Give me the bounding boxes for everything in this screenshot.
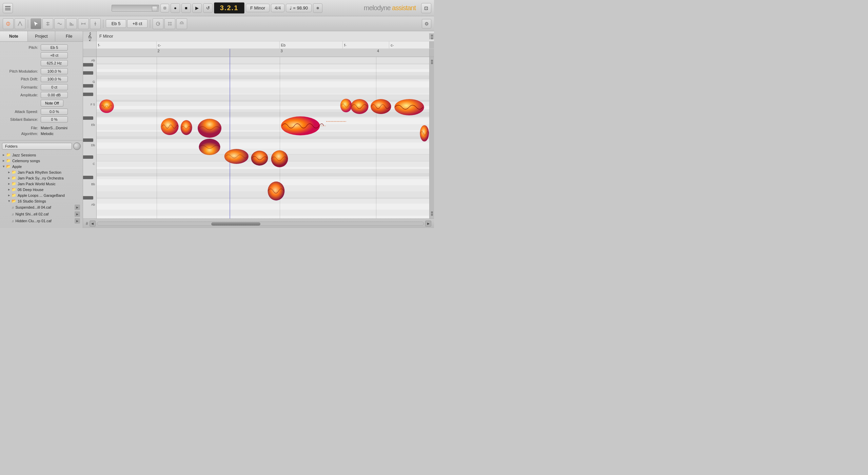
time-stretch-button[interactable] xyxy=(78,18,89,29)
stop-at-end-button[interactable]: ⊡ xyxy=(160,4,169,13)
formant-button[interactable] xyxy=(66,18,77,29)
stop-button[interactable]: ■ xyxy=(181,3,191,13)
file-play-button-2[interactable]: ▶ xyxy=(75,218,80,224)
loop-button[interactable]: ↺ xyxy=(203,3,213,13)
beat-marker-3: 3 xyxy=(280,49,283,53)
toolbar-separator-3 xyxy=(150,20,150,28)
folder-studio-strings[interactable]: 📂 16 Studio Strings xyxy=(2,198,81,204)
pitch-quantize-button[interactable] xyxy=(42,18,53,29)
scroll-left-button[interactable]: ◀ xyxy=(90,221,96,227)
svg-rect-1 xyxy=(5,8,11,8)
folder-celemony[interactable]: 📁 Celemony songs xyxy=(2,158,81,164)
note-blob-14[interactable] xyxy=(393,97,426,117)
key-display[interactable]: F Minor xyxy=(246,4,270,12)
browser-knob[interactable] xyxy=(73,142,81,150)
file-name: Hidden Clu...rp 01.caf xyxy=(16,219,52,223)
record-button[interactable]: ● xyxy=(171,3,180,13)
note-grid[interactable] xyxy=(97,57,429,218)
amplitude-value[interactable]: 0.00 dB xyxy=(41,92,68,98)
sidebar-toggle-button[interactable] xyxy=(3,3,13,13)
folder-jazz-sessions[interactable]: 📁 Jazz Sessions xyxy=(2,152,81,158)
file-suspended[interactable]: ♬ Suspended...ill 04.caf ▶ xyxy=(2,204,81,211)
chord-row: f- c- Eb f- c- xyxy=(97,41,429,49)
note-off-button[interactable]: Note Off xyxy=(41,100,63,107)
sibilant-value[interactable]: 0 % xyxy=(41,116,68,122)
play-button[interactable]: ▶ xyxy=(192,3,202,13)
toolbar: Eb 5 +8 ct ⚙ xyxy=(0,16,434,31)
pitch-tool-button[interactable] xyxy=(15,18,25,29)
freq-param-row: 625.2 Hz xyxy=(3,60,79,66)
grid-button[interactable] xyxy=(164,18,175,29)
folder-garageband[interactable]: 📁 Apple Loops ... GarageBand xyxy=(2,192,81,198)
note-blob-5[interactable] xyxy=(223,147,250,166)
settings-button[interactable]: ⚙ xyxy=(422,19,431,28)
note-blob-2[interactable] xyxy=(160,116,180,137)
note-blob-6[interactable] xyxy=(250,149,270,167)
sibilant-label: Sibilant Balance: xyxy=(3,117,41,121)
file-night-shells[interactable]: ♬ Night Shi...ell 02.caf ▶ xyxy=(2,211,81,217)
pitch-value[interactable]: Eb 5 xyxy=(41,44,68,51)
snap-button[interactable] xyxy=(153,18,163,29)
cents-value[interactable]: +8 ct xyxy=(41,52,68,58)
note-blob-9[interactable] xyxy=(280,114,326,138)
note-blob-15[interactable] xyxy=(419,123,429,144)
window-controls[interactable]: ⊡ xyxy=(421,3,431,13)
note-blob-10[interactable] xyxy=(326,119,346,124)
folder-expand-icon xyxy=(8,199,10,203)
file-play-button-0[interactable]: ▶ xyxy=(75,205,80,210)
note-blob-4[interactable] xyxy=(193,116,226,157)
pitch-label: Pitch: xyxy=(3,45,41,50)
folder-rhythm-section[interactable]: 📁 Jam Pack Rhythm Section xyxy=(2,169,81,175)
pitch-drift-value[interactable]: 100.0 % xyxy=(41,76,68,82)
tab-note[interactable]: Note xyxy=(0,31,28,41)
time-sig-display[interactable]: 4/4 xyxy=(271,4,284,12)
bg-row-gb xyxy=(97,72,429,79)
amplitude-button[interactable] xyxy=(90,18,101,29)
tempo-display[interactable]: ♩ = 98.90 xyxy=(286,4,312,12)
piano-key-bb: Bb xyxy=(91,183,95,186)
svg-point-31 xyxy=(224,149,248,164)
time-ruler[interactable]: 2 3 4 xyxy=(83,49,434,57)
zoom-button[interactable] xyxy=(176,18,187,29)
select-tool-button[interactable] xyxy=(31,18,41,29)
folders-dropdown[interactable]: Folders xyxy=(2,143,72,150)
note-blob-1[interactable] xyxy=(98,98,115,115)
pitch-mod-value[interactable]: 100.0 % xyxy=(41,68,68,74)
tempo-slider[interactable] xyxy=(112,5,159,12)
pitch-param-row: Pitch: Eb 5 xyxy=(3,44,79,51)
folder-deep-house[interactable]: 📁 06 Deep House xyxy=(2,187,81,192)
note-blob-13[interactable] xyxy=(369,97,393,116)
horizontal-scrollbar[interactable] xyxy=(97,222,424,226)
tab-project[interactable]: Project xyxy=(28,31,56,41)
amplitude-row: Amplitude: 0.00 dB xyxy=(3,92,79,98)
folder-name: Jam Pack World Music xyxy=(18,182,56,186)
edge-dot xyxy=(431,62,433,64)
folder-expand-icon xyxy=(3,164,5,169)
piano-key-db: Db xyxy=(91,144,95,147)
folder-apple[interactable]: 📂 Apple xyxy=(2,164,81,169)
note-blob-8[interactable] xyxy=(266,179,286,203)
edge-dot xyxy=(431,35,433,37)
metronome-button[interactable]: ⊕ xyxy=(313,3,322,13)
note-blob-7[interactable] xyxy=(270,149,290,171)
file-play-button-1[interactable]: ▶ xyxy=(75,211,80,217)
attack-row: Attack Speed: 0.0 % xyxy=(3,109,79,115)
scroll-thumb[interactable] xyxy=(211,222,260,226)
file-hidden-clue[interactable]: ♬ Hidden Clu...rp 01.caf ▶ xyxy=(2,217,81,224)
formants-value[interactable]: 0 ct xyxy=(41,84,68,90)
black-key xyxy=(83,71,93,75)
note-blob-12[interactable] xyxy=(350,97,370,116)
folder-world-music[interactable]: 📁 Jam Pack World Music xyxy=(2,181,81,187)
attack-value[interactable]: 0.0 % xyxy=(41,109,68,115)
tab-file[interactable]: File xyxy=(55,31,83,41)
note-blob-3[interactable] xyxy=(180,118,193,137)
smart-tool-button[interactable] xyxy=(3,18,14,29)
scroll-right-button[interactable]: ▶ xyxy=(425,221,431,227)
pitch-modulation-button[interactable] xyxy=(54,18,65,29)
folder-symphony[interactable]: 📁 Jam Pack Sy...ny Orchestra xyxy=(2,175,81,181)
folder-tree[interactable]: 📁 Jazz Sessions 📁 Celemony songs 📂 Apple xyxy=(2,152,81,227)
freq-value[interactable]: 625.2 Hz xyxy=(41,60,68,66)
folder-name: Apple Loops ... GarageBand xyxy=(18,193,65,197)
folder-expand-icon xyxy=(8,187,10,192)
transport-section: ⊡ ● ■ ▶ ↺ 3.2.1 F Minor 4/4 ♩ = 98.90 ⊕ xyxy=(112,2,322,14)
